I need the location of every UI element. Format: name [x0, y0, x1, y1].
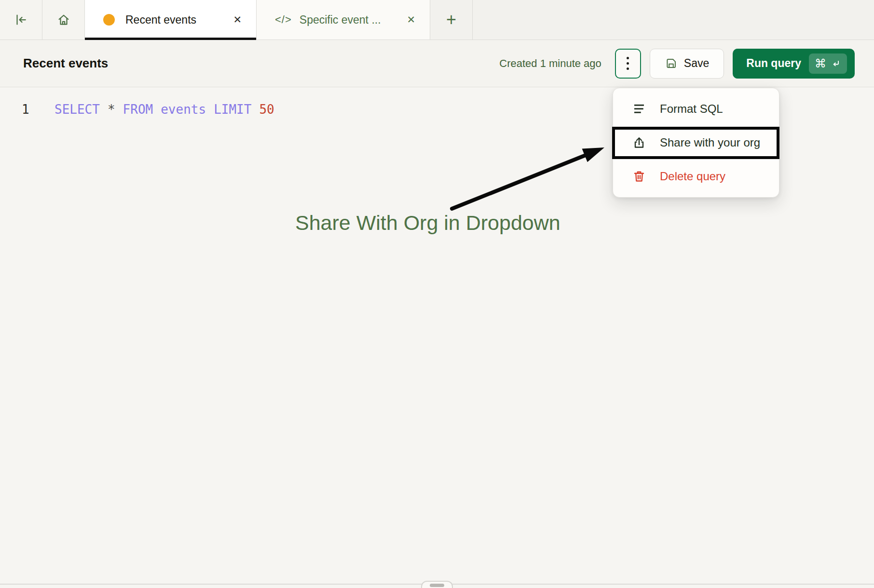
drag-handle-icon [430, 584, 444, 587]
page-title: Recent events [23, 56, 108, 71]
menu-item-label: Delete query [660, 170, 725, 183]
code-icon: </> [275, 13, 292, 26]
trash-icon [631, 169, 647, 184]
upload-icon [631, 135, 647, 150]
sql-token-operator: * [108, 102, 115, 117]
kebab-icon [627, 57, 629, 59]
menu-item-label: Format SQL [660, 102, 723, 116]
new-tab-button[interactable]: + [430, 0, 473, 40]
run-query-label: Run query [746, 57, 801, 70]
query-toolbar: Recent events Created 1 minute ago Save … [0, 40, 874, 87]
save-button[interactable]: Save [650, 49, 724, 79]
collapse-sidebar-button[interactable] [0, 0, 42, 40]
sql-token-keyword: LIMIT [214, 102, 251, 117]
tab-label: Specific event ... [300, 13, 381, 27]
return-key-icon [831, 58, 841, 69]
plus-icon: + [446, 10, 456, 30]
menu-item-share-with-org[interactable]: Share with your org [613, 126, 779, 160]
tab-label: Recent events [125, 13, 196, 27]
kebab-icon [627, 62, 629, 65]
run-shortcut-badge: ⌘ [809, 53, 847, 74]
bottom-panel-handle[interactable] [421, 581, 453, 588]
format-sql-icon [631, 102, 647, 116]
sql-editor-app: Recent events ✕ </> Specific event ... ✕… [0, 0, 874, 588]
more-options-button[interactable] [615, 49, 641, 79]
toolbar-actions: Created 1 minute ago Save Run query ⌘ [499, 49, 855, 79]
options-dropdown-menu: Format SQL Share with your org [613, 88, 779, 198]
sql-token-number: 50 [259, 102, 274, 117]
menu-item-label: Share with your org [660, 136, 760, 149]
tab-recent-events[interactable]: Recent events ✕ [85, 0, 257, 40]
sql-token-keyword: SELECT [55, 102, 100, 117]
command-key-icon: ⌘ [815, 57, 826, 70]
run-query-button[interactable]: Run query ⌘ [733, 49, 855, 79]
menu-item-delete-query[interactable]: Delete query [613, 160, 779, 193]
home-button[interactable] [42, 0, 85, 40]
line-number: 1 [22, 102, 34, 117]
created-timestamp: Created 1 minute ago [499, 57, 601, 70]
save-floppy-icon [665, 57, 678, 70]
home-icon [56, 13, 71, 27]
menu-item-format-sql[interactable]: Format SQL [613, 92, 779, 126]
close-tab-icon[interactable]: ✕ [393, 14, 415, 26]
unsaved-changes-dot-icon [103, 14, 115, 26]
kebab-icon [627, 67, 629, 70]
save-button-label: Save [684, 57, 709, 70]
collapse-sidebar-icon [14, 13, 28, 27]
tab-bar: Recent events ✕ </> Specific event ... ✕… [0, 0, 874, 40]
tab-specific-event[interactable]: </> Specific event ... ✕ [257, 0, 430, 40]
sql-token-identifier: events [161, 102, 206, 117]
annotation-text: Share With Org in Dropdown [295, 211, 560, 235]
close-tab-icon[interactable]: ✕ [219, 14, 242, 26]
sql-token-keyword: FROM [123, 102, 153, 117]
